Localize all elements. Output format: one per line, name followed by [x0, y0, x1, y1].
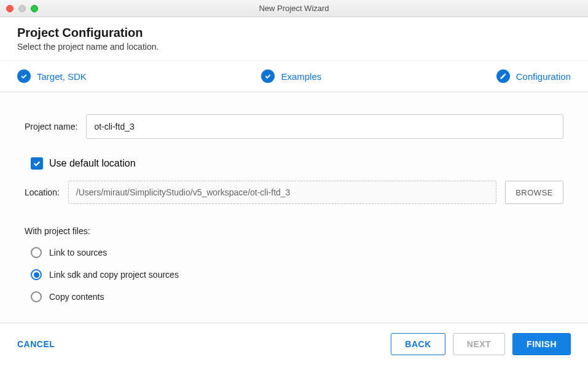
radio-copy-contents[interactable]: Copy contents [31, 291, 563, 302]
radio-unchecked-icon[interactable] [31, 291, 42, 302]
radio-label: Link to sources [49, 248, 107, 257]
page-subtitle: Select the project name and location. [17, 42, 571, 52]
checkbox-checked-icon[interactable] [31, 157, 43, 170]
minimize-window-button[interactable] [18, 5, 26, 12]
pencil-icon [496, 69, 510, 83]
radio-link-to-sources[interactable]: Link to sources [31, 247, 563, 258]
next-button: NEXT [453, 333, 505, 355]
page-title: Project Configuration [17, 26, 571, 40]
project-name-row: Project name: [25, 114, 563, 139]
check-icon [261, 69, 275, 83]
location-row: Location: BROWSE [25, 181, 563, 204]
window-controls [0, 5, 38, 12]
step-label: Configuration [516, 71, 571, 82]
step-examples[interactable]: Examples [261, 69, 321, 83]
back-button[interactable]: BACK [391, 333, 445, 355]
radio-unchecked-icon[interactable] [31, 247, 42, 258]
project-files-label: With project files: [25, 226, 563, 236]
cancel-button[interactable]: CANCEL [17, 339, 55, 349]
finish-button[interactable]: FINISH [512, 333, 571, 355]
step-label: Examples [281, 71, 321, 82]
browse-button[interactable]: BROWSE [505, 181, 563, 204]
project-name-input[interactable] [86, 114, 563, 139]
step-label: Target, SDK [37, 71, 87, 82]
step-configuration[interactable]: Configuration [496, 69, 571, 83]
use-default-location-row[interactable]: Use default location [31, 157, 563, 170]
close-window-button[interactable] [6, 5, 14, 12]
project-name-label: Project name: [25, 122, 77, 131]
radio-checked-icon[interactable] [31, 269, 42, 280]
titlebar: New Project Wizard [0, 0, 588, 17]
window-title: New Project Wizard [259, 4, 329, 13]
location-label: Location: [25, 187, 60, 197]
radio-label: Copy contents [49, 292, 104, 302]
step-target-sdk[interactable]: Target, SDK [17, 69, 87, 83]
location-input [68, 181, 496, 204]
check-icon [17, 69, 31, 83]
radio-link-sdk-copy-sources[interactable]: Link sdk and copy project sources [31, 269, 563, 280]
header: Project Configuration Select the project… [0, 17, 588, 61]
maximize-window-button[interactable] [31, 5, 38, 12]
wizard-stepper: Target, SDK Examples Configuration [0, 61, 588, 92]
form-content: Project name: Use default location Locat… [0, 92, 588, 326]
use-default-location-label: Use default location [49, 158, 136, 169]
radio-label: Link sdk and copy project sources [49, 270, 179, 280]
footer: CANCEL BACK NEXT FINISH [0, 323, 588, 365]
footer-right: BACK NEXT FINISH [391, 333, 571, 355]
